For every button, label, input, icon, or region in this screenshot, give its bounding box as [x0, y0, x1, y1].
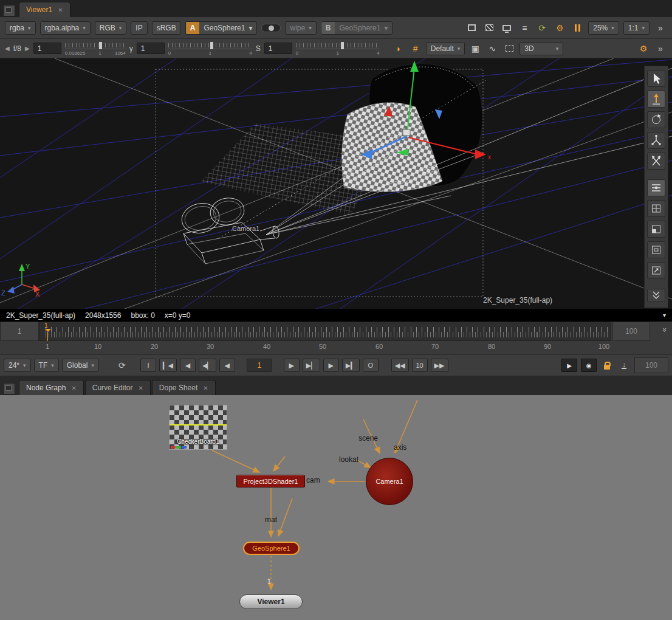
- node-project3dshader1[interactable]: Project3DShader1: [236, 475, 305, 487]
- layout-expand-button[interactable]: [647, 262, 665, 279]
- playhead-line[interactable]: [47, 332, 48, 341]
- goto-end-button[interactable]: ▶▎: [342, 359, 360, 372]
- node-geosphere1[interactable]: GeoSphere1: [243, 542, 300, 555]
- mark-in-button[interactable]: I: [140, 359, 156, 372]
- rotate-tool-button[interactable]: [647, 111, 665, 128]
- scale-tool-button[interactable]: [647, 153, 665, 170]
- pipe-mat-hint[interactable]: [278, 498, 292, 536]
- input-b-group[interactable]: B GeoSphere1 ▾: [321, 21, 393, 35]
- loop-mode-button[interactable]: ⟳: [115, 359, 129, 372]
- fps-dropdown[interactable]: 24* ▾: [4, 359, 31, 372]
- toolbar-overflow-button[interactable]: »: [654, 21, 667, 35]
- next-increment-button[interactable]: ▶▏: [303, 359, 320, 372]
- gain-slider-track[interactable]: [65, 42, 126, 49]
- proxy-toggle-icon[interactable]: [482, 21, 496, 35]
- snapshot-button[interactable]: ◉: [581, 359, 597, 372]
- saturation-slider-handle[interactable]: [341, 42, 344, 49]
- tab-close-icon[interactable]: ✕: [138, 385, 143, 391]
- goto-start-button[interactable]: ▎◀: [159, 359, 177, 372]
- current-frame-box[interactable]: 1: [247, 359, 272, 372]
- channel-display-dropdown[interactable]: RGB ▾: [95, 21, 127, 35]
- axis-tool-button[interactable]: [647, 132, 665, 149]
- timeline-collapse-icon[interactable]: »: [660, 328, 670, 332]
- fstop-decrease-icon[interactable]: ◀: [5, 45, 10, 52]
- select-tool-button[interactable]: [647, 70, 665, 87]
- range-end-box[interactable]: 100: [612, 322, 650, 341]
- tab-close-icon[interactable]: ✕: [71, 385, 76, 391]
- gain-slider-handle[interactable]: [99, 42, 102, 49]
- monitor-output-icon[interactable]: [500, 21, 513, 35]
- tab-close-icon[interactable]: ✕: [203, 385, 208, 391]
- save-flipbook-button[interactable]: ↓: [617, 359, 631, 372]
- overlay-list-icon[interactable]: ≡: [518, 21, 531, 35]
- pixel-aspect-dropdown[interactable]: 1:1 ▾: [623, 21, 650, 35]
- pipe-shader-input-hint[interactable]: [273, 456, 285, 471]
- node-camera1[interactable]: Camera1: [366, 458, 413, 505]
- tab-dope-sheet[interactable]: Dope Sheet ✕: [152, 380, 216, 395]
- viewport-scene[interactable]: x Camera1: [0, 58, 672, 309]
- wipe-mode-dropdown[interactable]: wipe ▾: [285, 21, 316, 35]
- layout-bars-button[interactable]: [647, 179, 665, 196]
- playback-range-end[interactable]: 100: [634, 357, 668, 373]
- lighting-toggle[interactable]: ◗: [392, 42, 405, 55]
- viewer-process-dropdown[interactable]: sRGB: [152, 21, 181, 35]
- roi-icon[interactable]: [465, 21, 478, 35]
- saturation-slider-track[interactable]: [296, 42, 380, 49]
- tab-node-graph[interactable]: Node Graph ✕: [19, 380, 84, 395]
- range-mode-dropdown[interactable]: Global ▾: [62, 359, 99, 372]
- tab-curve-editor[interactable]: Curve Editor ✕: [85, 380, 151, 395]
- range-start-box[interactable]: 1: [0, 322, 39, 341]
- translate-tool-button[interactable]: [647, 91, 665, 108]
- saturation-slider[interactable]: 0 1 4: [296, 41, 380, 57]
- gamma-input[interactable]: 1: [137, 43, 165, 54]
- frame-ruler[interactable]: 1: [39, 322, 611, 341]
- frame-step-box[interactable]: 10: [412, 359, 428, 372]
- panel-menu-icon[interactable]: [3, 383, 15, 394]
- layout-inner-button[interactable]: [647, 241, 665, 258]
- viewer-3d-viewport[interactable]: x Camera1: [0, 58, 672, 309]
- playhead-marker[interactable]: [45, 329, 51, 335]
- strip-collapse-button[interactable]: [647, 289, 665, 302]
- layer-dropdown[interactable]: rgba ▾: [5, 21, 36, 35]
- gain-input[interactable]: 1: [33, 43, 61, 54]
- settings-button[interactable]: ⚙: [553, 21, 566, 35]
- flipbook-render-button[interactable]: ▶: [561, 359, 577, 372]
- input-b-badge[interactable]: B: [321, 22, 335, 34]
- lut-dropdown[interactable]: Default ▾: [426, 42, 465, 55]
- wireframe-grid-toggle[interactable]: #: [409, 42, 422, 55]
- zoom-dropdown[interactable]: 25% ▾: [588, 21, 619, 35]
- refresh-button[interactable]: ⟳: [535, 21, 549, 35]
- play-button[interactable]: ▶: [284, 359, 300, 372]
- node-viewer1[interactable]: Viewer1: [239, 594, 303, 609]
- layout-corner-button[interactable]: [647, 221, 665, 238]
- status-dropdown-icon[interactable]: ▾: [663, 312, 666, 319]
- gamma-slider-handle[interactable]: [210, 42, 213, 49]
- gizmo-center-handle[interactable]: [403, 129, 410, 136]
- tab-close-icon[interactable]: ✕: [58, 7, 63, 13]
- alpha-layer-dropdown[interactable]: rgba.alpha ▾: [40, 21, 91, 35]
- fstop-increase-icon[interactable]: ▶: [25, 45, 30, 52]
- wipe-blend-slider[interactable]: [261, 24, 281, 32]
- input-a-badge[interactable]: A: [186, 22, 200, 34]
- curve-overlay-button[interactable]: ∿: [485, 42, 499, 55]
- marquee-select-button[interactable]: [502, 42, 516, 55]
- jump-back-button[interactable]: ◀◀: [391, 359, 409, 372]
- saturation-input[interactable]: 1: [264, 43, 292, 54]
- gamma-slider[interactable]: 0 1 4: [168, 41, 252, 57]
- lock-range-button[interactable]: [600, 359, 614, 372]
- wipe-blend-knob[interactable]: [269, 26, 274, 31]
- gain-slider[interactable]: 0.018625 1 1064: [65, 41, 126, 57]
- mark-out-button[interactable]: O: [363, 359, 379, 372]
- back-frame-button[interactable]: ◀: [219, 359, 235, 372]
- ip-button[interactable]: IP: [131, 21, 147, 35]
- input-a-group[interactable]: A GeoSphere1 ▾: [185, 21, 258, 35]
- pipe-checker-to-shader[interactable]: [212, 450, 259, 472]
- prev-increment-button[interactable]: ◀▏: [199, 359, 216, 372]
- next-keyframe-button[interactable]: ▶: [323, 359, 339, 372]
- occlusion-button[interactable]: ▣: [468, 42, 482, 55]
- node-checkerboard1[interactable]: CheckerBoard1: [169, 405, 227, 450]
- layout-grid-button[interactable]: [647, 200, 665, 217]
- panel-menu-icon[interactable]: [3, 5, 15, 16]
- pause-button[interactable]: [571, 21, 584, 35]
- tab-viewer1[interactable]: Viewer1 ✕: [19, 2, 70, 17]
